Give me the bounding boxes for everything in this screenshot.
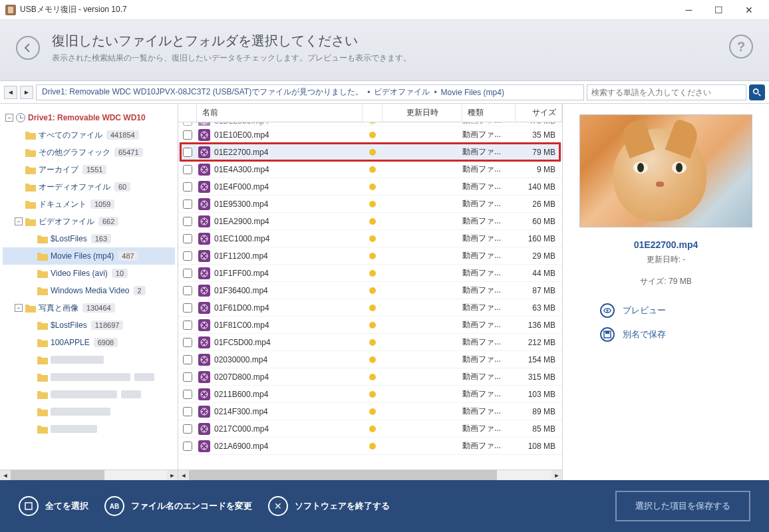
tree-item[interactable]: ドキュメント1059 [3, 196, 175, 213]
tree-item-redacted[interactable] [3, 403, 175, 420]
file-row[interactable]: 0214F300.mp4 動画ファ... 89 MB [178, 403, 562, 420]
col-name[interactable]: 名前 [197, 104, 363, 122]
file-row[interactable]: 01E4A300.mp4 動画ファ... 9 MB [178, 161, 562, 178]
tree-video[interactable]: − ビデオファイル 662 [3, 213, 175, 230]
svg-point-37 [206, 221, 207, 222]
file-type: 動画ファ... [462, 146, 516, 158]
search-input[interactable] [587, 84, 746, 100]
svg-point-101 [202, 446, 203, 447]
tree-item[interactable]: その他グラフィック65471 [3, 144, 175, 161]
minimize-button[interactable]: ─ [674, 1, 704, 19]
col-size[interactable]: サイズ [516, 104, 562, 122]
file-checkbox[interactable] [183, 424, 192, 434]
file-type: 動画ファ... [462, 267, 516, 279]
file-checkbox[interactable] [183, 303, 192, 313]
file-checkbox[interactable] [183, 165, 192, 174]
exit-button[interactable]: ✕ ソフトウェアを終了する [268, 496, 390, 516]
file-row[interactable]: 01EC1000.mp4 動画ファ... 160 MB [178, 230, 562, 247]
tree-item[interactable]: 100APPLE6908 [3, 334, 175, 351]
back-button[interactable] [16, 36, 40, 60]
maximize-button[interactable]: ☐ [704, 1, 734, 19]
tree-item[interactable]: すべてのファイル441854 [3, 126, 175, 144]
file-checkbox[interactable] [183, 234, 192, 243]
search-button[interactable] [749, 84, 765, 100]
tree-item[interactable]: オーディオファイル60 [3, 178, 175, 196]
file-checkbox[interactable] [183, 338, 192, 347]
bc-next-button[interactable]: ► [20, 86, 33, 99]
save-as-button[interactable]: 別名で保存 [600, 327, 758, 342]
tree-item[interactable]: アーカイブ1551 [3, 161, 175, 178]
file-checkbox[interactable] [183, 217, 192, 226]
select-all-button[interactable]: 全てを選択 [19, 496, 88, 516]
tree-item[interactable]: Video Files (avi)10 [3, 265, 175, 282]
file-row[interactable]: 01F81C00.mp4 動画ファ... 136 MB [178, 317, 562, 334]
file-hscrollbar[interactable]: ◄► [178, 469, 562, 480]
status-dot-icon [369, 339, 376, 346]
tree-item-redacted[interactable] [3, 368, 175, 386]
tree-item[interactable]: Movie Files (mp4)487 [3, 247, 175, 265]
file-row[interactable]: 0217C000.mp4 動画ファ... 85 MB [178, 420, 562, 438]
file-row[interactable]: 01F11200.mp4 動画ファ... 29 MB [178, 247, 562, 265]
file-row[interactable]: 0207D800.mp4 動画ファ... 315 MB [178, 368, 562, 386]
status-dot-icon [369, 201, 376, 207]
tree-hscrollbar[interactable]: ◄► [0, 469, 178, 480]
file-row[interactable]: 01E4F000.mp4 動画ファ... 140 MB [178, 178, 562, 196]
file-name: 01E4F000.mp4 [212, 182, 363, 192]
tree-item[interactable]: Windows Media Video2 [3, 282, 175, 299]
file-row[interactable]: 01F1FF00.mp4 動画ファ... 44 MB [178, 265, 562, 282]
tree-photo[interactable]: − 写真と画像 130464 [3, 299, 175, 317]
collapse-icon[interactable]: − [5, 114, 13, 122]
collapse-icon[interactable]: − [15, 217, 23, 225]
file-row[interactable]: 01E95300.mp4 動画ファ... 26 MB [178, 196, 562, 213]
preview-button[interactable]: プレビュー [600, 303, 758, 318]
save-selected-button[interactable]: 選択した項目を保存する [615, 491, 750, 521]
file-checkbox[interactable] [183, 442, 192, 451]
file-checkbox[interactable] [183, 407, 192, 416]
folder-icon [37, 338, 48, 347]
tree-item-redacted[interactable] [3, 386, 175, 403]
file-row[interactable]: 02030000.mp4 動画ファ... 154 MB [178, 351, 562, 368]
file-checkbox[interactable] [183, 321, 192, 330]
file-checkbox[interactable] [183, 355, 192, 364]
file-checkbox[interactable] [183, 286, 192, 295]
file-row[interactable]: 01F61D00.mp4 動画ファ... 63 MB [178, 299, 562, 317]
file-checkbox[interactable] [183, 122, 192, 126]
encoding-button[interactable]: AB ファイル名のエンコードを変更 [104, 496, 252, 516]
file-row[interactable]: 01E10E00.mp4 動画ファ... 35 MB [178, 126, 562, 144]
file-checkbox[interactable] [183, 251, 192, 261]
file-row[interactable]: 01D22800.mp4 動画ファ... 478 MB [178, 122, 562, 126]
bc-prev-button[interactable]: ◄ [4, 86, 17, 99]
tree-item[interactable]: $LostFiles118697 [3, 317, 175, 334]
svg-point-21 [202, 169, 203, 170]
close-button[interactable]: ✕ [734, 1, 764, 19]
file-checkbox[interactable] [183, 148, 192, 157]
file-size: 85 MB [516, 424, 562, 434]
svg-point-102 [206, 446, 207, 447]
file-checkbox[interactable] [183, 269, 192, 278]
file-checkbox[interactable] [183, 130, 192, 140]
svg-point-36 [202, 221, 203, 222]
file-row[interactable]: 01F36400.mp4 動画ファ... 87 MB [178, 282, 562, 299]
file-row[interactable]: 01E22700.mp4 動画ファ... 79 MB [178, 144, 562, 161]
file-checkbox[interactable] [183, 182, 192, 192]
file-size: 63 MB [516, 303, 562, 313]
help-button[interactable]: ? [729, 35, 753, 59]
file-checkbox[interactable] [183, 390, 192, 399]
file-checkbox[interactable] [183, 372, 192, 382]
file-size: 89 MB [516, 407, 562, 416]
bc-seg-movie[interactable]: Movie Files (mp4) [441, 88, 504, 97]
tree-item[interactable]: $LostFiles163 [3, 230, 175, 247]
file-row[interactable]: 021A6900.mp4 動画ファ... 108 MB [178, 438, 562, 455]
file-row[interactable]: 01EA2900.mp4 動画ファ... 60 MB [178, 213, 562, 230]
col-date[interactable]: 更新日時 [383, 104, 462, 122]
file-row[interactable]: 01FC5D00.mp4 動画ファ... 212 MB [178, 334, 562, 351]
breadcrumb-path[interactable]: Drive1: Removable WDC WD10JPVX-08JC3T2 (… [36, 84, 584, 100]
tree-item-redacted[interactable] [3, 351, 175, 368]
col-type[interactable]: 種類 [462, 104, 516, 122]
tree-item-redacted[interactable] [3, 420, 175, 438]
tree-drive[interactable]: − Drive1: Removable WDC WD10 [3, 109, 175, 126]
file-checkbox[interactable] [183, 200, 192, 209]
bc-seg-video[interactable]: ビデオファイル [374, 86, 430, 98]
collapse-icon[interactable]: − [15, 304, 23, 312]
file-row[interactable]: 0211B600.mp4 動画ファ... 103 MB [178, 386, 562, 403]
